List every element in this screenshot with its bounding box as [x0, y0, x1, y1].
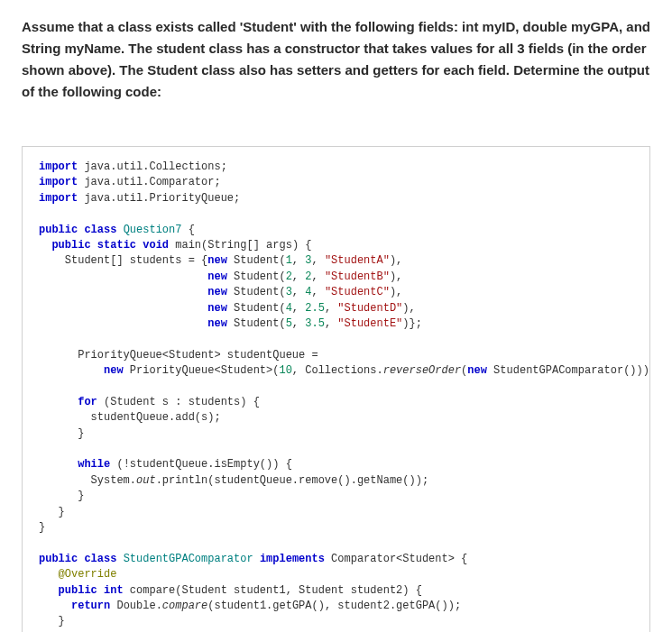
import-line: import java.util.PriorityQueue; — [39, 192, 240, 205]
main-method: public static void main(String[] args) { — [51, 239, 311, 252]
problem-statement: Assume that a class exists called 'Stude… — [22, 16, 650, 103]
class-decl: public class Question7 { — [39, 224, 195, 236]
import-line: import java.util.Collections; — [39, 160, 227, 173]
code-block: import java.util.Collections; import jav… — [22, 146, 650, 632]
import-line: import java.util.Comparator; — [39, 176, 221, 188]
